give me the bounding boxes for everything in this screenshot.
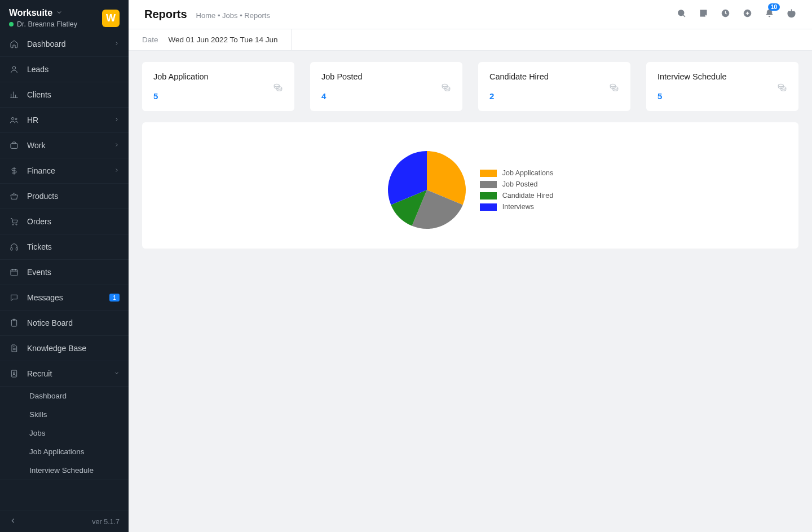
hr-icon <box>9 115 19 125</box>
topbar-right: 10 <box>677 8 796 20</box>
chevron-right-icon <box>114 167 120 175</box>
sidebar-item-tickets[interactable]: Tickets <box>0 234 129 260</box>
sidebar-item-knowledge-base[interactable]: Knowledge Base <box>0 336 129 361</box>
sidebar-item-label: Orders <box>27 217 120 226</box>
legend-label: Interviews <box>502 203 534 211</box>
chevron-down-icon[interactable] <box>56 8 63 18</box>
card-value: 2 <box>489 91 619 101</box>
sidebar-item-orders[interactable]: Orders <box>0 209 129 234</box>
user-status: Dr. Breanna Flatley <box>9 20 77 28</box>
sidebar-item-label: Recruit <box>27 369 106 378</box>
document-icon <box>9 343 19 353</box>
coins-icon <box>777 82 787 95</box>
card-title: Interview Schedule <box>657 72 787 81</box>
sidebar-subitem-skills[interactable]: Skills <box>0 405 129 424</box>
topbar-left: Reports Home • Jobs • Reports <box>144 8 270 21</box>
breadcrumb-current: Reports <box>244 11 270 20</box>
chevron-right-icon <box>114 116 120 124</box>
sidebar-item-leads[interactable]: Leads <box>0 57 129 82</box>
sidebar-item-dashboard[interactable]: Dashboard <box>0 32 129 57</box>
svg-rect-3 <box>11 144 17 149</box>
sidebar-header: Worksuite Dr. Breanna Flatley W <box>0 0 129 32</box>
legend-item-job-posted[interactable]: Job Posted <box>480 180 553 188</box>
stat-card-job-application[interactable]: Job Application5 <box>142 62 294 111</box>
svg-line-14 <box>683 15 685 17</box>
sidebar-item-recruit[interactable]: Recruit <box>0 361 129 387</box>
bell-icon[interactable]: 10 <box>765 8 774 20</box>
card-value: 5 <box>153 91 283 101</box>
sidebar-item-label: Notice Board <box>27 318 120 327</box>
sidebar-item-products[interactable]: Products <box>0 184 129 209</box>
power-icon[interactable] <box>787 8 796 20</box>
briefcase-icon <box>9 140 19 150</box>
sidebar-subitem-job-applications[interactable]: Job Applications <box>0 442 129 461</box>
stat-cards: Job Application5Job Posted4Candidate Hir… <box>142 62 798 111</box>
clock-icon[interactable] <box>721 8 730 20</box>
stat-card-job-posted[interactable]: Job Posted4 <box>310 62 462 111</box>
svg-point-1 <box>11 117 14 119</box>
stat-card-candidate-hired[interactable]: Candidate Hired2 <box>478 62 630 111</box>
sidebar-subitem-dashboard[interactable]: Dashboard <box>0 387 129 405</box>
stat-card-interview-schedule[interactable]: Interview Schedule5 <box>646 62 798 111</box>
sidebar-item-label: Clients <box>27 90 120 99</box>
sidebar-item-messages[interactable]: Messages1 <box>0 285 129 311</box>
svg-point-5 <box>16 224 17 225</box>
sidebar-badge: 1 <box>109 294 120 302</box>
dollar-icon <box>9 166 19 176</box>
svg-point-12 <box>13 372 15 374</box>
svg-point-13 <box>678 10 684 16</box>
svg-rect-6 <box>11 247 12 250</box>
breadcrumb-jobs[interactable]: Jobs <box>222 11 237 20</box>
sidebar-item-label: Messages <box>27 293 102 302</box>
sidebar-subitem-jobs[interactable]: Jobs <box>0 424 129 442</box>
card-title: Job Posted <box>321 72 451 81</box>
svg-rect-7 <box>16 247 17 250</box>
card-title: Job Application <box>153 72 283 81</box>
legend-swatch-icon <box>480 203 497 211</box>
chevron-right-icon <box>114 40 120 48</box>
content: Job Application5Job Posted4Candidate Hir… <box>129 51 812 532</box>
recruit-icon <box>9 369 19 379</box>
chevron-right-icon <box>114 141 120 149</box>
chevron-down-icon <box>114 370 120 378</box>
sidebar-item-label: HR <box>27 116 106 125</box>
collapse-sidebar-button[interactable] <box>9 517 17 526</box>
legend-swatch-icon <box>480 192 497 200</box>
user-name: Dr. Breanna Flatley <box>17 20 77 28</box>
sidebar-item-finance[interactable]: Finance <box>0 158 129 184</box>
sidebar-subnav-recruit: DashboardSkillsJobsJob ApplicationsInter… <box>0 387 129 480</box>
sidebar-item-label: Knowledge Base <box>27 344 120 353</box>
card-value: 4 <box>321 91 451 101</box>
legend-swatch-icon <box>480 181 497 188</box>
svg-point-2 <box>15 118 17 119</box>
sidebar-brand[interactable]: Worksuite Dr. Breanna Flatley <box>9 8 77 28</box>
breadcrumb-home[interactable]: Home <box>196 11 216 20</box>
main: Reports Home • Jobs • Reports 10 <box>129 0 812 532</box>
chart-icon <box>9 90 19 100</box>
plus-circle-icon[interactable] <box>743 8 752 20</box>
sidebar-item-label: Finance <box>27 166 106 175</box>
card-value: 5 <box>657 91 787 101</box>
sidebar-item-work[interactable]: Work <box>0 133 129 158</box>
sidebar-item-label: Work <box>27 141 106 150</box>
date-filter[interactable]: Date Wed 01 Jun 2022 To Tue 14 Jun <box>129 29 292 50</box>
datebar: Date Wed 01 Jun 2022 To Tue 14 Jun <box>129 29 812 51</box>
sticky-note-icon[interactable] <box>699 8 708 20</box>
sidebar-subitem-interview-schedule[interactable]: Interview Schedule <box>0 461 129 480</box>
basket-icon <box>9 191 19 201</box>
sidebar-nav: DashboardLeadsClientsHRWorkFinanceProduc… <box>0 32 129 511</box>
sidebar-item-notice-board[interactable]: Notice Board <box>0 311 129 336</box>
search-icon[interactable] <box>677 8 686 20</box>
svg-rect-8 <box>11 269 17 276</box>
legend-item-job-applications[interactable]: Job Applications <box>480 169 553 177</box>
clipboard-icon <box>9 318 19 328</box>
brand-name[interactable]: Worksuite <box>9 8 52 18</box>
sidebar-item-hr[interactable]: HR <box>0 108 129 133</box>
sidebar-item-clients[interactable]: Clients <box>0 82 129 108</box>
sidebar-item-events[interactable]: Events <box>0 260 129 285</box>
chart-panel: Job ApplicationsJob PostedCandidate Hire… <box>142 122 798 249</box>
status-dot-icon <box>9 22 14 26</box>
legend-item-interviews[interactable]: Interviews <box>480 203 553 211</box>
legend-item-candidate-hired[interactable]: Candidate Hired <box>480 192 553 200</box>
sidebar-item-label: Events <box>27 268 120 277</box>
